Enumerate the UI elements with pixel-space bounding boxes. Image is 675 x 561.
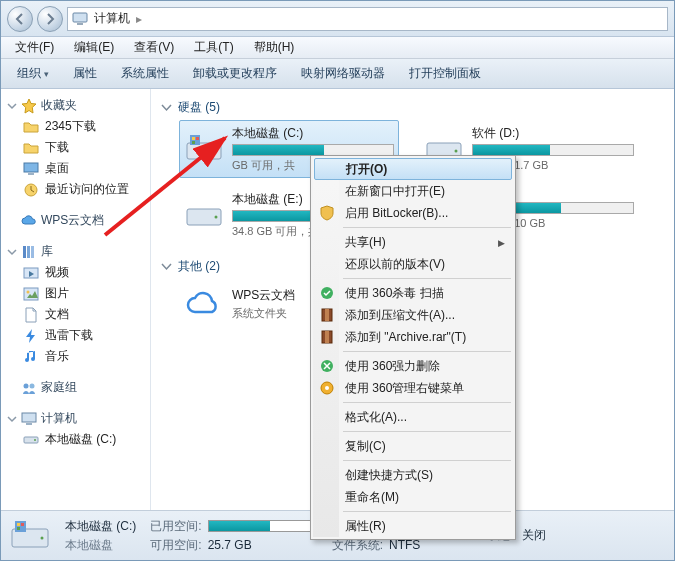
svg-rect-19 bbox=[192, 137, 195, 140]
svg-rect-14 bbox=[26, 423, 32, 425]
details-subtitle: 本地磁盘 bbox=[65, 537, 136, 554]
drive-icon bbox=[184, 129, 224, 169]
computer-label: 计算机 bbox=[41, 410, 77, 427]
menu-open[interactable]: 打开(O) bbox=[314, 158, 512, 180]
svg-rect-37 bbox=[325, 309, 329, 321]
menu-create-shortcut[interactable]: 创建快捷方式(S) bbox=[313, 464, 513, 486]
homegroup-header[interactable]: 家庭组 bbox=[1, 377, 150, 398]
svg-point-26 bbox=[215, 216, 218, 219]
drive-icon bbox=[9, 515, 51, 557]
shield-icon bbox=[319, 205, 335, 221]
chevron-right-icon[interactable]: ▸ bbox=[136, 12, 142, 26]
menu-bitlocker[interactable]: 启用 BitLocker(B)... bbox=[313, 202, 513, 224]
sidebar-item-pictures[interactable]: 图片 bbox=[1, 283, 150, 304]
menu-tools[interactable]: 工具(T) bbox=[184, 37, 243, 58]
sidebar-item-recent[interactable]: 最近访问的位置 bbox=[1, 179, 150, 200]
favorites-header[interactable]: 收藏夹 bbox=[1, 95, 150, 116]
menu-view[interactable]: 查看(V) bbox=[124, 37, 184, 58]
properties-button[interactable]: 属性 bbox=[63, 61, 107, 86]
svg-rect-32 bbox=[21, 523, 24, 526]
homegroup-icon bbox=[21, 380, 37, 396]
menu-edit[interactable]: 编辑(E) bbox=[64, 37, 124, 58]
drive-icon bbox=[184, 195, 224, 235]
sidebar-item-videos[interactable]: 视频 bbox=[1, 262, 150, 283]
wps-header[interactable]: WPS云文档 bbox=[1, 210, 150, 231]
wps-label: WPS云文档 bbox=[41, 212, 104, 229]
menu-properties[interactable]: 属性(R) bbox=[313, 515, 513, 537]
video-icon bbox=[23, 265, 39, 281]
chevron-down-icon bbox=[161, 261, 172, 272]
menu-help[interactable]: 帮助(H) bbox=[244, 37, 305, 58]
menu-rename[interactable]: 重命名(M) bbox=[313, 486, 513, 508]
desktop-icon bbox=[23, 161, 39, 177]
scan-icon bbox=[319, 285, 335, 301]
computer-header[interactable]: 计算机 bbox=[1, 408, 150, 429]
sidebar-item-download[interactable]: 下载 bbox=[1, 137, 150, 158]
map-drive-button[interactable]: 映射网络驱动器 bbox=[291, 61, 395, 86]
computer-icon bbox=[21, 411, 37, 427]
sidebar-item-documents[interactable]: 文档 bbox=[1, 304, 150, 325]
breadcrumb[interactable]: 计算机 bbox=[94, 10, 130, 27]
favorites-label: 收藏夹 bbox=[41, 97, 77, 114]
context-menu: 打开(O) 在新窗口中打开(E) 启用 BitLocker(B)... 共享(H… bbox=[310, 155, 516, 540]
control-panel-button[interactable]: 打开控制面板 bbox=[399, 61, 491, 86]
wps-group: WPS云文档 bbox=[1, 210, 150, 231]
system-properties-button[interactable]: 系统属性 bbox=[111, 61, 179, 86]
libraries-header[interactable]: 库 bbox=[1, 241, 150, 262]
document-icon bbox=[23, 307, 39, 323]
svg-point-24 bbox=[455, 150, 458, 153]
menu-add-archive[interactable]: 添加到压缩文件(A)... bbox=[313, 304, 513, 326]
homegroup-group: 家庭组 bbox=[1, 377, 150, 398]
sidebar-item-thunder[interactable]: 迅雷下载 bbox=[1, 325, 150, 346]
svg-point-12 bbox=[30, 383, 35, 388]
chevron-down-icon bbox=[7, 247, 17, 257]
svg-rect-7 bbox=[31, 246, 34, 258]
menu-manage-rightclick[interactable]: 使用 360管理右键菜单 bbox=[313, 377, 513, 399]
sidebar-item-desktop[interactable]: 桌面 bbox=[1, 158, 150, 179]
uninstall-button[interactable]: 卸载或更改程序 bbox=[183, 61, 287, 86]
menu-file[interactable]: 文件(F) bbox=[5, 37, 64, 58]
back-button[interactable] bbox=[7, 6, 33, 32]
svg-rect-21 bbox=[192, 141, 195, 144]
address-bar: 计算机 ▸ bbox=[1, 1, 674, 37]
sidebar-item-drive-c[interactable]: 本地磁盘 (C:) bbox=[1, 429, 150, 450]
svg-point-42 bbox=[325, 386, 329, 390]
music-icon bbox=[23, 349, 39, 365]
organize-button[interactable]: 组织 bbox=[7, 61, 59, 86]
cloud-icon bbox=[21, 213, 37, 229]
hard-drives-header[interactable]: 硬盘 (5) bbox=[161, 95, 664, 120]
menu-share[interactable]: 共享(H) bbox=[313, 231, 513, 253]
delete-icon bbox=[319, 358, 335, 374]
details-title: 本地磁盘 (C:) bbox=[65, 518, 136, 535]
menu-force-delete[interactable]: 使用 360强力删除 bbox=[313, 355, 513, 377]
computer-icon bbox=[72, 12, 88, 26]
menu-open-new-window[interactable]: 在新窗口中打开(E) bbox=[313, 180, 513, 202]
chevron-down-icon bbox=[7, 101, 17, 111]
library-icon bbox=[21, 244, 37, 260]
sidebar-item-music[interactable]: 音乐 bbox=[1, 346, 150, 367]
address-box[interactable]: 计算机 ▸ bbox=[67, 7, 668, 31]
svg-rect-30 bbox=[15, 521, 26, 532]
forward-button[interactable] bbox=[37, 6, 63, 32]
menu-copy[interactable]: 复制(C) bbox=[313, 435, 513, 457]
menu-360scan[interactable]: 使用 360杀毒 扫描 bbox=[313, 282, 513, 304]
sidebar-item-2345[interactable]: 2345下载 bbox=[1, 116, 150, 137]
svg-point-10 bbox=[27, 290, 30, 293]
folder-icon bbox=[23, 140, 39, 156]
favorites-group: 收藏夹 2345下载 下载 桌面 最近访问的位置 bbox=[1, 95, 150, 200]
menu-add-rar[interactable]: 添加到 "Archive.rar"(T) bbox=[313, 326, 513, 348]
thunder-icon bbox=[23, 328, 39, 344]
svg-rect-3 bbox=[28, 173, 34, 175]
svg-rect-2 bbox=[24, 163, 38, 172]
svg-rect-39 bbox=[325, 331, 329, 343]
menu-restore[interactable]: 还原以前的版本(V) bbox=[313, 253, 513, 275]
svg-rect-6 bbox=[27, 246, 30, 258]
folder-icon bbox=[23, 119, 39, 135]
svg-rect-31 bbox=[17, 523, 20, 526]
svg-rect-20 bbox=[196, 137, 199, 140]
drive-icon bbox=[23, 432, 39, 448]
archive-icon bbox=[319, 329, 335, 345]
svg-rect-0 bbox=[73, 13, 87, 22]
svg-rect-5 bbox=[23, 246, 26, 258]
menu-format[interactable]: 格式化(A)... bbox=[313, 406, 513, 428]
